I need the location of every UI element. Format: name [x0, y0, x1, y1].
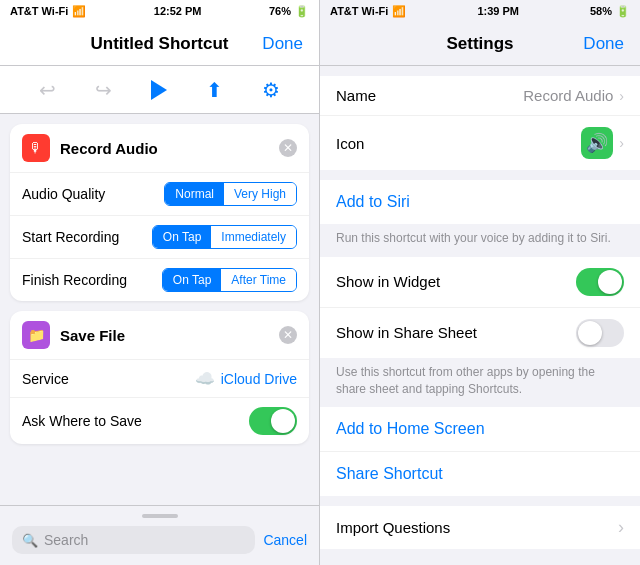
finish-after-time[interactable]: After Time — [221, 269, 296, 291]
left-content: 🎙 Record Audio ✕ Audio Quality Normal Ve… — [0, 114, 319, 505]
save-file-header-left: 📁 Save File — [22, 321, 125, 349]
name-value: Record Audio › — [523, 87, 624, 104]
record-audio-close[interactable]: ✕ — [279, 139, 297, 157]
start-on-tap[interactable]: On Tap — [153, 226, 211, 248]
mic-icon: 🎙 — [29, 140, 43, 156]
import-questions-row[interactable]: Import Questions › — [320, 506, 640, 549]
ask-where-label: Ask Where to Save — [22, 413, 142, 429]
play-button[interactable] — [151, 80, 167, 100]
left-status-right: 76% 🔋 — [269, 5, 309, 18]
left-battery: 76% — [269, 5, 291, 17]
audio-quality-label: Audio Quality — [22, 186, 105, 202]
redo-button[interactable]: ↪ — [95, 78, 112, 102]
search-placeholder: Search — [44, 532, 245, 548]
icloud-icon: ☁️ — [195, 369, 215, 388]
show-in-share-label: Show in Share Sheet — [336, 324, 477, 341]
left-panel: AT&T Wi-Fi 📶 12:52 PM 76% 🔋 Untitled Sho… — [0, 0, 320, 565]
share-shortcut-row[interactable]: Share Shortcut — [320, 452, 640, 496]
right-done-button[interactable]: Done — [583, 34, 624, 54]
service-label: Service — [22, 371, 69, 387]
save-file-icon: 📁 — [22, 321, 50, 349]
search-icon: 🔍 — [22, 533, 38, 548]
service-row: Service ☁️ iCloud Drive — [10, 360, 309, 398]
name-value-text: Record Audio — [523, 87, 613, 104]
name-icon-group: Name Record Audio › Icon 🔊 › — [320, 76, 640, 170]
right-wifi-icon: 📶 — [392, 5, 406, 18]
show-in-widget-row: Show in Widget — [320, 257, 640, 308]
widget-toggle-thumb — [598, 270, 622, 294]
audio-quality-row: Audio Quality Normal Very High — [10, 173, 309, 216]
record-audio-title: Record Audio — [60, 140, 158, 157]
bottom-bar: 🔍 Search Cancel — [0, 505, 319, 565]
show-in-widget-toggle[interactable] — [576, 268, 624, 296]
icloud-value[interactable]: ☁️ iCloud Drive — [195, 369, 297, 388]
audio-quality-very-high[interactable]: Very High — [224, 183, 296, 205]
record-audio-card: 🎙 Record Audio ✕ Audio Quality Normal Ve… — [10, 124, 309, 301]
toolbar: ↩ ↪ ⬆ ⚙ — [0, 66, 319, 114]
right-battery-icon: 🔋 — [616, 5, 630, 18]
save-file-card: 📁 Save File ✕ Service ☁️ iCloud Drive As… — [10, 311, 309, 444]
add-to-siri-link[interactable]: Add to Siri — [336, 193, 410, 210]
widget-share-group: Show in Widget Show in Share Sheet — [320, 257, 640, 358]
audio-quality-normal[interactable]: Normal — [165, 183, 224, 205]
show-in-widget-label: Show in Widget — [336, 273, 440, 290]
left-battery-icon: 🔋 — [295, 5, 309, 18]
start-recording-label: Start Recording — [22, 229, 119, 245]
right-nav-bar: Settings Done — [320, 22, 640, 66]
import-questions-label: Import Questions — [336, 519, 450, 536]
left-status-bar: AT&T Wi-Fi 📶 12:52 PM 76% 🔋 — [0, 0, 319, 22]
record-audio-icon: 🎙 — [22, 134, 50, 162]
start-immediately[interactable]: Immediately — [211, 226, 296, 248]
audio-quality-segment[interactable]: Normal Very High — [164, 182, 297, 206]
finish-recording-label: Finish Recording — [22, 272, 127, 288]
siri-group: Add to Siri — [320, 180, 640, 224]
finish-on-tap[interactable]: On Tap — [163, 269, 221, 291]
ask-where-toggle[interactable] — [249, 407, 297, 435]
left-status-left: AT&T Wi-Fi 📶 — [10, 5, 86, 18]
add-to-siri-row[interactable]: Add to Siri — [320, 180, 640, 224]
start-recording-segment[interactable]: On Tap Immediately — [152, 225, 297, 249]
settings-button[interactable]: ⚙ — [262, 78, 280, 102]
share-toggle-thumb — [578, 321, 602, 345]
name-label: Name — [336, 87, 376, 104]
toggle-thumb — [271, 409, 295, 433]
right-battery: 58% — [590, 5, 612, 17]
share-description: Use this shortcut from other apps by ope… — [320, 358, 640, 408]
import-chevron-icon: › — [618, 517, 624, 538]
show-in-share-toggle[interactable] — [576, 319, 624, 347]
siri-description: Run this shortcut with your voice by add… — [320, 224, 640, 257]
left-nav-bar: Untitled Shortcut Done — [0, 22, 319, 66]
right-panel: AT&T Wi-Fi 📶 1:39 PM 58% 🔋 Settings Done… — [320, 0, 640, 565]
icon-value: 🔊 › — [581, 127, 624, 159]
save-file-header: 📁 Save File ✕ — [10, 311, 309, 360]
left-time: 12:52 PM — [154, 5, 202, 17]
share-button[interactable]: ⬆ — [206, 78, 223, 102]
show-in-share-sheet-row: Show in Share Sheet — [320, 308, 640, 358]
settings-content: Name Record Audio › Icon 🔊 › Add to Siri… — [320, 66, 640, 565]
search-area: 🔍 Search Cancel — [12, 526, 307, 554]
right-status-right: 58% 🔋 — [590, 5, 630, 18]
folder-icon: 📁 — [28, 327, 45, 343]
right-time: 1:39 PM — [477, 5, 519, 17]
bottom-handle — [142, 514, 178, 518]
search-bar[interactable]: 🔍 Search — [12, 526, 255, 554]
shortcut-icon: 🔊 — [581, 127, 613, 159]
finish-recording-row: Finish Recording On Tap After Time — [10, 259, 309, 301]
cancel-button[interactable]: Cancel — [263, 532, 307, 548]
icon-row[interactable]: Icon 🔊 › — [320, 116, 640, 170]
add-to-home-row[interactable]: Add to Home Screen — [320, 407, 640, 452]
left-done-button[interactable]: Done — [262, 34, 303, 54]
start-recording-row: Start Recording On Tap Immediately — [10, 216, 309, 259]
undo-button[interactable]: ↩ — [39, 78, 56, 102]
icon-label: Icon — [336, 135, 364, 152]
add-to-home-link[interactable]: Add to Home Screen — [336, 420, 485, 437]
save-file-close[interactable]: ✕ — [279, 326, 297, 344]
share-shortcut-link[interactable]: Share Shortcut — [336, 465, 443, 482]
icon-chevron-icon: › — [619, 135, 624, 151]
left-title: Untitled Shortcut — [91, 34, 229, 54]
home-share-group: Add to Home Screen Share Shortcut — [320, 407, 640, 496]
name-row[interactable]: Name Record Audio › — [320, 76, 640, 116]
finish-recording-segment[interactable]: On Tap After Time — [162, 268, 297, 292]
save-file-title: Save File — [60, 327, 125, 344]
ask-where-row: Ask Where to Save — [10, 398, 309, 444]
